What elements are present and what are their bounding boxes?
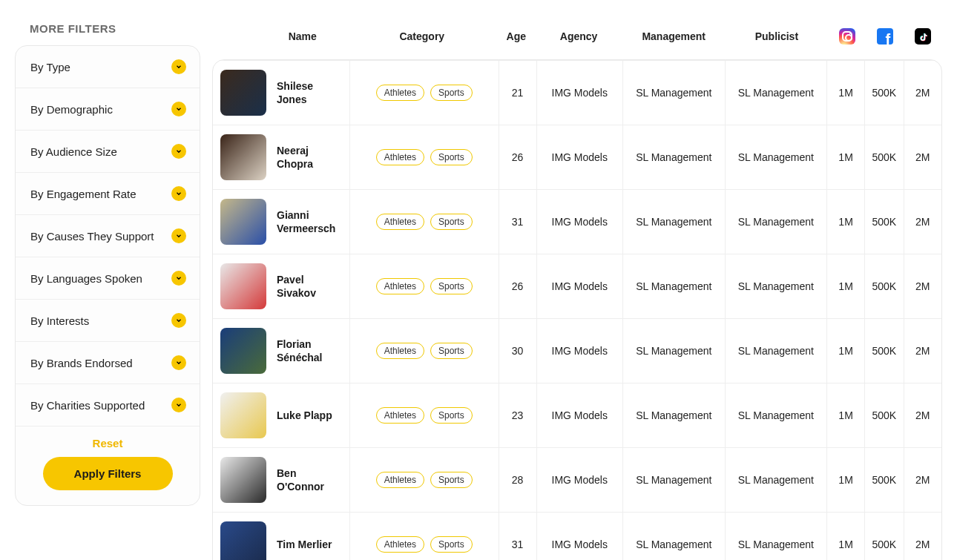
publicist-cell: SL Management <box>725 383 827 448</box>
chevron-down-icon <box>171 271 186 286</box>
filter-label: By Demographic <box>30 103 113 116</box>
results-table: Name Category Age Agency Management Publ… <box>212 15 942 58</box>
facebook-cell: 500K <box>865 319 904 383</box>
instagram-icon <box>839 28 855 45</box>
age-cell: 31 <box>499 190 536 254</box>
facebook-cell: 500K <box>865 125 904 190</box>
age-cell: 21 <box>499 61 536 125</box>
filter-item[interactable]: By Audience Size <box>16 131 200 173</box>
tiktok-cell: 2M <box>904 383 941 448</box>
category-tag: Sports <box>430 214 473 230</box>
column-header-facebook[interactable]: f <box>866 15 904 58</box>
person-name: Pavel Sivakov <box>277 273 336 300</box>
avatar <box>220 328 266 374</box>
column-header-age[interactable]: Age <box>497 15 535 58</box>
avatar <box>220 521 266 560</box>
chevron-down-icon <box>171 228 186 243</box>
age-cell: 26 <box>499 125 536 190</box>
publicist-cell: SL Management <box>725 448 827 513</box>
facebook-cell: 500K <box>865 190 904 254</box>
tiktok-cell: 2M <box>904 254 941 319</box>
age-cell: 28 <box>499 448 536 513</box>
category-cell: AthletesSports <box>356 536 493 553</box>
agency-cell: IMG Models <box>536 190 622 254</box>
column-header-instagram[interactable] <box>828 15 866 58</box>
management-cell: SL Management <box>622 448 725 513</box>
category-cell: AthletesSports <box>356 214 493 230</box>
category-cell: AthletesSports <box>356 343 493 359</box>
facebook-icon: f <box>877 28 893 45</box>
management-cell: SL Management <box>622 383 725 448</box>
table-row[interactable]: Ben O'ConnorAthletesSports28IMG ModelsSL… <box>213 448 941 513</box>
table-row[interactable]: Shilese JonesAthletesSports21IMG ModelsS… <box>213 61 941 125</box>
person-name: Shilese Jones <box>277 79 336 106</box>
filter-item[interactable]: By Brands Endorsed <box>16 342 200 384</box>
tiktok-cell: 2M <box>904 190 941 254</box>
filter-item[interactable]: By Languages Spoken <box>16 257 200 300</box>
person-name: Gianni Vermeersch <box>277 208 336 235</box>
facebook-cell: 500K <box>865 254 904 319</box>
filter-label: By Engagement Rate <box>30 188 137 200</box>
category-tag: Sports <box>430 278 473 294</box>
column-header-category[interactable]: Category <box>346 15 497 58</box>
table-row[interactable]: Tim MerlierAthletesSports31IMG ModelsSL … <box>213 513 941 561</box>
column-header-management[interactable]: Management <box>622 15 726 58</box>
table-row[interactable]: Florian SénéchalAthletesSports30IMG Mode… <box>213 319 941 383</box>
instagram-cell: 1M <box>827 448 865 513</box>
category-tag: Sports <box>430 472 473 488</box>
category-tag: Athletes <box>376 536 424 553</box>
category-tag: Athletes <box>376 85 424 101</box>
management-cell: SL Management <box>622 319 725 383</box>
management-cell: SL Management <box>622 190 725 254</box>
filters-sidebar: MORE FILTERS By TypeBy DemographicBy Aud… <box>15 15 200 560</box>
management-cell: SL Management <box>622 254 725 319</box>
category-tag: Sports <box>430 343 473 359</box>
person-name: Florian Sénéchal <box>277 337 336 364</box>
filter-label: By Causes They Support <box>30 230 154 243</box>
table-row[interactable]: Neeraj ChopraAthletesSports26IMG ModelsS… <box>213 125 941 190</box>
category-cell: AthletesSports <box>356 407 493 424</box>
table-row[interactable]: Pavel SivakovAthletesSports26IMG ModelsS… <box>213 254 941 319</box>
filter-label: By Interests <box>30 314 89 327</box>
category-tag: Athletes <box>376 214 424 230</box>
chevron-down-icon <box>171 398 186 412</box>
column-header-publicist[interactable]: Publicist <box>726 15 829 58</box>
chevron-down-icon <box>171 355 186 370</box>
filter-item[interactable]: By Type <box>16 46 200 88</box>
agency-cell: IMG Models <box>536 448 622 513</box>
filter-label: By Type <box>30 61 70 73</box>
filter-item[interactable]: By Charities Supported <box>16 384 200 426</box>
instagram-cell: 1M <box>827 190 865 254</box>
table-row[interactable]: Luke PlappAthletesSports23IMG ModelsSL M… <box>213 383 941 448</box>
category-tag: Sports <box>430 407 473 424</box>
avatar <box>220 134 266 180</box>
age-cell: 23 <box>499 383 536 448</box>
filter-item[interactable]: By Interests <box>16 300 200 342</box>
filter-item[interactable]: By Engagement Rate <box>16 173 200 215</box>
category-tag: Athletes <box>376 149 424 165</box>
chevron-down-icon <box>171 186 186 201</box>
filter-item[interactable]: By Demographic <box>16 88 200 131</box>
filter-list: By TypeBy DemographicBy Audience SizeBy … <box>15 45 200 506</box>
management-cell: SL Management <box>622 61 725 125</box>
table-row[interactable]: Gianni VermeerschAthletesSports31IMG Mod… <box>213 190 941 254</box>
apply-filters-button[interactable]: Apply Filters <box>43 457 173 490</box>
column-header-name[interactable]: Name <box>212 15 346 58</box>
avatar <box>220 199 266 245</box>
column-header-agency[interactable]: Agency <box>535 15 622 58</box>
category-tag: Sports <box>430 85 473 101</box>
agency-cell: IMG Models <box>536 254 622 319</box>
publicist-cell: SL Management <box>725 190 827 254</box>
filter-item[interactable]: By Causes They Support <box>16 215 200 257</box>
reset-button[interactable]: Reset <box>93 437 123 449</box>
publicist-cell: SL Management <box>725 254 827 319</box>
avatar <box>220 263 266 309</box>
avatar <box>220 457 266 503</box>
publicist-cell: SL Management <box>725 61 827 125</box>
instagram-cell: 1M <box>827 125 865 190</box>
instagram-cell: 1M <box>827 61 865 125</box>
facebook-cell: 500K <box>865 383 904 448</box>
filter-actions: Reset Apply Filters <box>16 426 200 505</box>
column-header-tiktok[interactable] <box>904 15 942 58</box>
category-cell: AthletesSports <box>356 149 493 165</box>
